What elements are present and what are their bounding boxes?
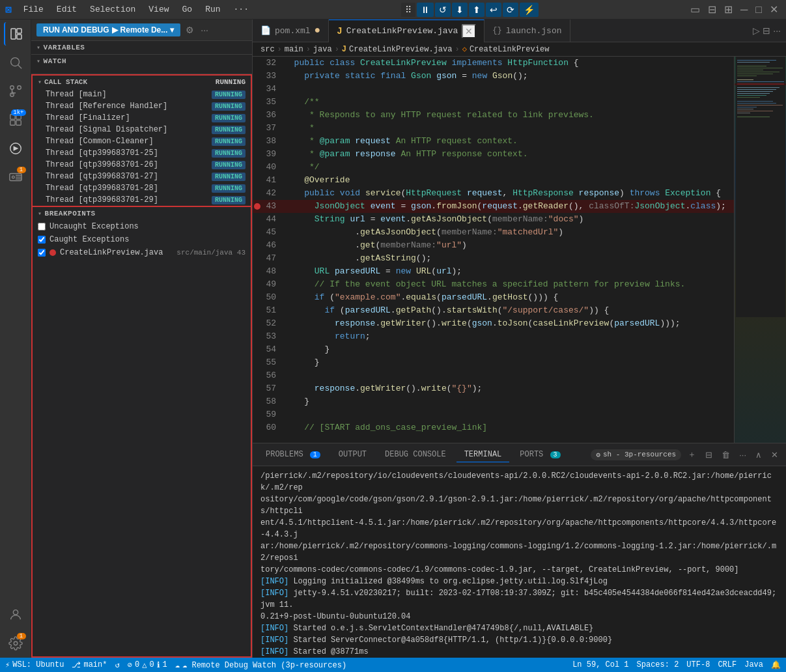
thread-qtp25[interactable]: Thread [qtp399683701-25] RUNNING: [33, 147, 251, 159]
uncaught-checkbox[interactable]: [38, 223, 46, 231]
activity-explorer[interactable]: [4, 22, 27, 46]
settings-gear-icon[interactable]: ⚙: [184, 23, 195, 36]
activity-extensions[interactable]: 1k+: [4, 108, 27, 132]
thread-common-cleaner[interactable]: Thread [Common-Cleaner] RUNNING: [33, 135, 251, 147]
java-close-btn[interactable]: ✕: [462, 24, 476, 38]
code-editor[interactable]: 32 public class CreateLinkPreview implem…: [253, 57, 734, 443]
thread-qtp26[interactable]: Thread [qtp399683701-26] RUNNING: [33, 159, 251, 171]
status-right: Ln 59, Col 1 Spaces: 2 UTF-8 CRLF Java 🔔: [572, 660, 781, 670]
status-spaces[interactable]: Spaces: 2: [637, 660, 679, 669]
createlink-checkbox[interactable]: [38, 249, 46, 257]
tab-pom[interactable]: 📄 pom.xml ●: [253, 20, 329, 42]
activity-settings[interactable]: 1: [4, 632, 27, 655]
breakpoint-dot-icon: [49, 249, 56, 256]
bc-file[interactable]: CreateLinkPreview.java: [349, 45, 452, 54]
breakpoints-header[interactable]: ▾ BREAKPOINTS: [33, 207, 251, 220]
thread-qtp27-label: Thread [qtp399683701-27]: [46, 172, 158, 181]
activity-source-control[interactable]: [4, 79, 27, 103]
split-editor-btn[interactable]: ⊟: [763, 25, 770, 36]
debug-hotreload-btn[interactable]: ⚡: [520, 3, 539, 17]
more-panel-actions-btn[interactable]: ···: [737, 449, 749, 461]
menu-selection[interactable]: Selection: [86, 3, 139, 16]
pom-label: pom.xml: [275, 26, 311, 36]
more-actions-icon[interactable]: ···: [199, 23, 210, 36]
status-branch[interactable]: ⎇ main*: [72, 660, 107, 670]
debug-restart-btn[interactable]: ↩: [486, 3, 501, 17]
debug-stop-btn[interactable]: ⟳: [503, 3, 518, 17]
bc-class[interactable]: CreateLinkPreview: [470, 45, 549, 54]
debug-pause-btn[interactable]: ⏸: [417, 3, 434, 17]
thread-reference-handler[interactable]: Thread [Reference Handler] RUNNING: [33, 100, 251, 112]
caught-checkbox[interactable]: [38, 236, 46, 244]
restore-btn[interactable]: □: [753, 3, 765, 17]
callstack-header[interactable]: ▾ CALL STACK Running: [33, 76, 251, 89]
close-btn[interactable]: ✕: [767, 2, 781, 17]
status-errors[interactable]: ⊘ 0 △ 0 ℹ 1: [128, 660, 167, 670]
menu-go[interactable]: Go: [178, 3, 197, 16]
panel-tab-terminal[interactable]: TERMINAL: [456, 447, 510, 462]
thread-ref-status: RUNNING: [212, 102, 246, 111]
watch-header[interactable]: ▾ WATCH: [31, 55, 252, 68]
status-sync[interactable]: ↺: [115, 660, 119, 670]
thread-qtp29[interactable]: Thread [qtp399683701-29] RUNNING: [33, 194, 251, 206]
activity-account[interactable]: [4, 603, 27, 626]
terminal-line-9: [INFO] Started o.e.j.s.ServletContextHan…: [260, 623, 778, 634]
thread-qtp27[interactable]: Thread [qtp399683701-27] RUNNING: [33, 171, 251, 182]
terminal-content[interactable]: /pierrick/.m2/repository/io/cloudevents/…: [253, 466, 786, 658]
thread-main-status: RUNNING: [212, 91, 246, 99]
status-notifications[interactable]: 🔔: [771, 660, 781, 670]
tab-createlink[interactable]: J CreateLinkPreview.java ✕: [329, 20, 484, 42]
layout-split-btn[interactable]: ⊟: [705, 2, 719, 17]
status-encoding[interactable]: UTF-8: [686, 660, 710, 669]
status-position[interactable]: Ln 59, Col 1: [572, 660, 628, 669]
debug-step-into-btn[interactable]: ⬇: [452, 3, 468, 17]
status-line-ending[interactable]: CRLF: [718, 660, 737, 669]
debug-step-out-btn[interactable]: ⬆: [469, 3, 484, 17]
panel-tab-ports[interactable]: PORTS 3: [512, 447, 568, 462]
thread-main[interactable]: Thread [main] RUNNING: [33, 89, 251, 100]
more-tab-actions-btn[interactable]: ···: [773, 25, 781, 36]
menu-edit[interactable]: Edit: [53, 3, 81, 16]
layout-single-btn[interactable]: ▭: [688, 2, 703, 17]
add-terminal-btn[interactable]: ＋: [685, 447, 699, 462]
tab-launch[interactable]: {} launch.json: [484, 20, 570, 42]
run-debug-button[interactable]: RUN AND DEBUG ▶ Remote De... ▾: [36, 23, 180, 36]
run-active-file-btn[interactable]: ▷: [753, 25, 760, 36]
bc-main[interactable]: main: [285, 45, 303, 54]
split-terminal-btn[interactable]: ⊟: [703, 449, 715, 461]
callstack-threads: Thread [main] RUNNING Thread [Reference …: [33, 89, 251, 206]
breakpoint-caught: Caught Exceptions: [33, 233, 251, 246]
status-language[interactable]: Java: [744, 660, 763, 669]
menu-more[interactable]: ···: [230, 3, 253, 16]
menu-run[interactable]: Run: [201, 3, 224, 16]
activity-remote-explorer[interactable]: 1: [4, 165, 27, 189]
activity-search[interactable]: [4, 51, 27, 74]
panel-tab-problems[interactable]: PROBLEMS 1: [258, 447, 328, 462]
status-remote[interactable]: ⚡ WSL: Ubuntu: [5, 660, 64, 670]
thread-sig-status: RUNNING: [212, 126, 246, 134]
variables-header[interactable]: ▾ VARIABLES: [31, 41, 252, 54]
menu-file[interactable]: File: [20, 3, 48, 16]
svg-rect-38: [737, 95, 766, 96]
menu-view[interactable]: View: [145, 3, 173, 16]
bc-src[interactable]: src: [260, 45, 275, 54]
extensions-badge: 1k+: [11, 109, 25, 116]
kill-terminal-btn[interactable]: 🗑: [719, 449, 733, 461]
debug-grid-btn[interactable]: ⠿: [401, 3, 415, 17]
editor-area: 📄 pom.xml ● J CreateLinkPreview.java ✕ {…: [253, 20, 786, 658]
close-panel-btn[interactable]: ✕: [768, 449, 781, 461]
activity-run-debug[interactable]: [4, 137, 27, 160]
debug-step-over-btn[interactable]: ↺: [435, 3, 451, 17]
panel-tab-debug-console[interactable]: DEBUG CONSOLE: [377, 447, 454, 462]
thread-finalizer[interactable]: Thread [Finalizer] RUNNING: [33, 112, 251, 124]
layout-grid-btn[interactable]: ⊞: [722, 2, 735, 17]
status-debug-watch[interactable]: ☁ ☁ Remote Debug Watch (3p-resources): [175, 660, 346, 670]
panel-tab-output[interactable]: OUTPUT: [331, 447, 374, 462]
thread-main-label: Thread [main]: [46, 90, 107, 99]
thread-signal-dispatcher[interactable]: Thread [Signal Dispatcher] RUNNING: [33, 124, 251, 135]
bc-java[interactable]: java: [313, 45, 332, 54]
maximize-panel-btn[interactable]: ∧: [753, 449, 765, 461]
thread-cc-status: RUNNING: [212, 137, 246, 146]
minimize-btn[interactable]: ─: [738, 3, 750, 17]
thread-qtp28[interactable]: Thread [qtp399683701-28] RUNNING: [33, 182, 251, 194]
